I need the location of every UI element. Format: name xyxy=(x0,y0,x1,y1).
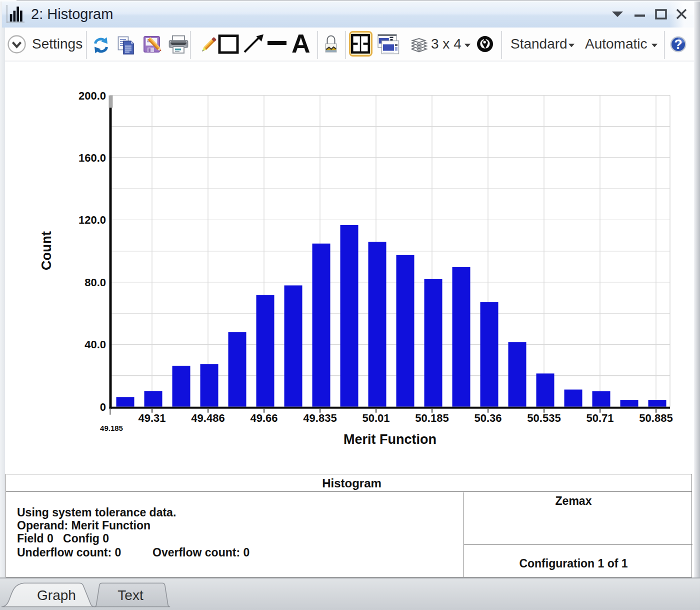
svg-text:50.185: 50.185 xyxy=(415,412,448,424)
svg-text:50.71: 50.71 xyxy=(586,412,614,424)
svg-text:120.0: 120.0 xyxy=(78,214,106,226)
svg-text:50.885: 50.885 xyxy=(639,412,672,424)
svg-text:Merit Function: Merit Function xyxy=(344,432,436,447)
svg-text:50.36: 50.36 xyxy=(474,412,502,424)
svg-text:Count: Count xyxy=(39,231,54,270)
svg-text:49.835: 49.835 xyxy=(303,412,336,424)
svg-text:49.486: 49.486 xyxy=(191,412,224,424)
svg-text:200.0: 200.0 xyxy=(78,90,106,102)
svg-text:0: 0 xyxy=(100,401,106,413)
svg-text:50.535: 50.535 xyxy=(527,412,560,424)
svg-text:?: ? xyxy=(674,37,682,52)
svg-text:80.0: 80.0 xyxy=(84,276,106,289)
svg-text:49.66: 49.66 xyxy=(250,412,278,424)
svg-text:49.185: 49.185 xyxy=(100,424,123,432)
svg-text:40.0: 40.0 xyxy=(84,338,106,351)
svg-text:160.0: 160.0 xyxy=(78,152,106,164)
svg-text:49.31: 49.31 xyxy=(138,412,166,424)
svg-text:50.01: 50.01 xyxy=(362,412,390,424)
